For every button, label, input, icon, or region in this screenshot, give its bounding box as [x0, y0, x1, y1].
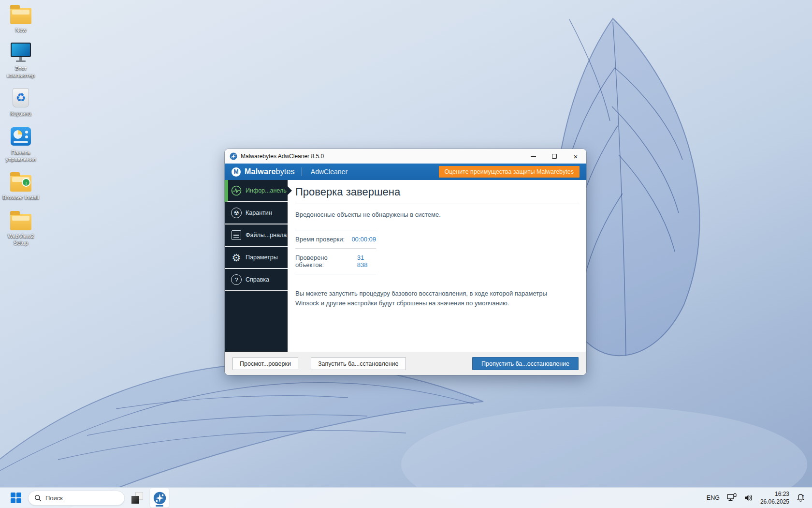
- sidebar: Инфор...анель ☢ Карантин Файлы...рнала ⚙…: [225, 180, 288, 352]
- app-header: M Malwarebytes AdwCleaner Оцените преиму…: [225, 164, 586, 180]
- sidebar-item-label: Инфор...анель: [246, 187, 287, 194]
- desktop: New Этот компьютер ♻ Корзина Па: [0, 0, 812, 508]
- desktop-icon-browser-install[interactable]: ↓ Browser Install: [2, 170, 40, 201]
- stats-bottom-divider: [295, 274, 376, 274]
- quarantine-icon: ☢: [231, 207, 242, 219]
- taskbar-search[interactable]: [28, 491, 125, 506]
- view-scan-log-button[interactable]: Просмот...роверки: [232, 357, 298, 370]
- minimize-button[interactable]: [522, 149, 544, 164]
- close-icon: ×: [574, 152, 578, 161]
- adwcleaner-app-icon: [230, 152, 237, 160]
- window-controls: ×: [522, 149, 586, 164]
- sidebar-item-log-files[interactable]: Файлы...рнала: [225, 224, 288, 247]
- notification-bell-icon[interactable]: z: [796, 493, 805, 503]
- settings-icon: ⚙: [231, 252, 242, 263]
- desktop-icon-label: Панель управления: [2, 149, 40, 163]
- brand-name-bold: Malware: [245, 167, 276, 176]
- computer-icon: [10, 41, 32, 63]
- sidebar-item-quarantine[interactable]: ☢ Карантин: [225, 202, 288, 224]
- log-files-icon: [231, 229, 242, 241]
- stat-value: 00:00:09: [351, 236, 376, 243]
- start-button[interactable]: [7, 489, 25, 507]
- adwcleaner-window: Malwarebytes AdwCleaner 8.5.0 × M Malwar…: [225, 149, 586, 375]
- volume-icon[interactable]: [744, 493, 754, 502]
- window-title: Malwarebytes AdwCleaner 8.5.0: [241, 153, 324, 160]
- page-title: Проверка завершена: [295, 186, 580, 198]
- desktop-icon-control-panel[interactable]: Панель управления: [2, 125, 40, 163]
- promo-button[interactable]: Оцените преимущества защиты Malwarebytes: [439, 166, 580, 178]
- sidebar-item-help[interactable]: ? Справка: [225, 269, 288, 291]
- recycle-bin-icon: ♻: [10, 87, 32, 109]
- dashboard-icon: [231, 185, 242, 196]
- maximize-button[interactable]: [544, 149, 565, 164]
- brand-name-light: bytes: [276, 167, 295, 176]
- sidebar-item-dashboard[interactable]: Инфор...анель: [225, 180, 288, 202]
- window-footer: Просмот...роверки Запустить ба...сстанов…: [225, 352, 586, 375]
- desktop-icon-label: Browser Install: [2, 194, 39, 201]
- stat-label: Время проверки:: [295, 236, 345, 243]
- desktop-icon-grid: New Этот компьютер ♻ Корзина Па: [2, 3, 40, 246]
- stat-value: 31 838: [357, 254, 376, 269]
- desktop-icon-label: WebView2 Setup: [2, 233, 40, 247]
- taskbar-clock[interactable]: 16:23 26.06.2025: [760, 490, 789, 506]
- maximize-icon: [552, 154, 557, 159]
- scan-result-text: Вредоносные объекты не обнаружены в сист…: [295, 211, 580, 218]
- taskbar: ENG 16:23 26.06.2025 z: [0, 487, 812, 508]
- stat-label: Проверено объектов:: [295, 254, 357, 269]
- sidebar-item-settings[interactable]: ⚙ Параметры: [225, 247, 288, 269]
- desktop-icon-webview2-setup[interactable]: WebView2 Setup: [2, 209, 40, 247]
- clock-time: 16:23: [760, 490, 789, 498]
- adwcleaner-taskbar-icon: [153, 492, 166, 505]
- running-app-indicator: [156, 505, 163, 507]
- svg-text:z: z: [802, 494, 804, 497]
- malwarebytes-brand: M Malwarebytes AdwCleaner: [232, 167, 348, 177]
- close-button[interactable]: ×: [565, 149, 586, 164]
- desktop-icon-new-folder[interactable]: New: [2, 3, 40, 33]
- language-indicator[interactable]: ENG: [707, 494, 720, 501]
- sidebar-item-label: Параметры: [246, 254, 278, 261]
- system-tray: ENG 16:23 26.06.2025 z: [707, 490, 805, 506]
- product-name: AdwCleaner: [311, 168, 348, 176]
- desktop-icon-label: Корзина: [10, 110, 31, 117]
- clock-date: 26.06.2025: [760, 498, 789, 506]
- control-panel-icon: [10, 125, 32, 148]
- window-titlebar: Malwarebytes AdwCleaner 8.5.0 ×: [225, 149, 586, 164]
- taskbar-app-adwcleaner[interactable]: [150, 488, 169, 508]
- stat-row-scan-time: Время проверки: 00:00:09: [295, 230, 376, 248]
- taskbar-app-desktops[interactable]: [128, 488, 147, 508]
- recycle-glyph: ♻: [15, 92, 26, 104]
- run-basic-repair-button[interactable]: Запустить ба...сстановление: [311, 357, 406, 370]
- sidebar-item-label: Карантин: [246, 209, 272, 216]
- folder-download-icon: ↓: [10, 170, 32, 193]
- folder-icon: [10, 209, 32, 231]
- sidebar-item-label: Справка: [246, 276, 269, 283]
- minimize-icon: [531, 156, 536, 157]
- sidebar-item-label: Файлы...рнала: [246, 232, 287, 239]
- search-icon: [34, 494, 42, 502]
- desktop-icon-recycle-bin[interactable]: ♻ Корзина: [2, 87, 40, 117]
- malwarebytes-logo-icon: M: [232, 167, 241, 177]
- folder-icon: [10, 3, 32, 25]
- stat-row-objects-scanned: Проверено объектов: 31 838: [295, 248, 376, 274]
- scan-stats: Время проверки: 00:00:09 Проверено объек…: [295, 230, 376, 274]
- network-icon[interactable]: [726, 493, 737, 503]
- windows-logo-icon: [11, 493, 21, 503]
- main-content: Проверка завершена Вредоносные объекты н…: [288, 180, 586, 352]
- skip-basic-repair-button[interactable]: Пропустить ба...осстановление: [472, 357, 579, 370]
- brand-separator: [302, 167, 302, 176]
- desktop-icon-label: New: [15, 27, 26, 33]
- title-divider: [295, 204, 580, 204]
- layers-icon: [131, 492, 143, 504]
- desktop-icon-label: Этот компьютер: [2, 65, 40, 79]
- help-icon: ?: [231, 274, 242, 285]
- search-input[interactable]: [45, 494, 108, 502]
- basic-repair-description: Вы можете запустить процедуру базового в…: [295, 289, 559, 308]
- desktop-icon-this-pc[interactable]: Этот компьютер: [2, 41, 40, 79]
